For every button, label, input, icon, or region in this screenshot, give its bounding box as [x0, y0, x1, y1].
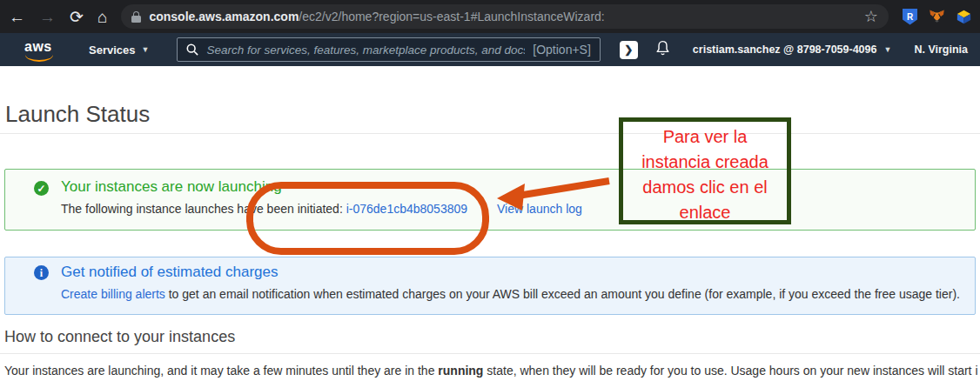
cloudshell-icon[interactable]: ❯ — [620, 41, 638, 59]
info-message-text: to get an email notification when estima… — [165, 287, 960, 301]
divider — [0, 133, 980, 134]
back-icon[interactable]: ← — [9, 9, 25, 25]
success-check-icon: ✓ — [34, 181, 49, 196]
instance-id-link[interactable]: i-076de1cb4b8053809 — [346, 202, 467, 216]
lock-icon — [131, 11, 141, 23]
services-menu[interactable]: Services ▼ — [89, 43, 149, 57]
aws-navbar: aws Services ▼ [Option+S] ❯ cristiam.san… — [0, 33, 980, 66]
footer-bold-running: running — [438, 364, 483, 378]
home-icon[interactable]: ⌂ — [97, 9, 107, 25]
metamask-fox-icon[interactable] — [929, 9, 945, 24]
search-shortcut: [Option+S] — [533, 43, 591, 57]
reload-icon[interactable]: ⟳ — [70, 9, 84, 25]
notifications-bell-icon[interactable] — [655, 40, 670, 59]
footer-text-2: state, when they will be ready for you t… — [483, 364, 977, 378]
shield-extension-icon[interactable]: R — [903, 9, 917, 25]
region-selector[interactable]: N. Virginia — [914, 43, 968, 56]
cube-extension-icon[interactable] — [957, 10, 971, 24]
account-label: cristiam.sanchez @ 8798-7059-4096 — [693, 43, 877, 56]
account-menu[interactable]: cristiam.sanchez @ 8798-7059-4096 ▼ — [693, 43, 892, 56]
services-label: Services — [89, 43, 136, 57]
billing-info-banner: i Get notified of estimated charges Crea… — [4, 257, 976, 315]
annotation-line: instancia creada — [623, 150, 787, 175]
aws-logo-smile — [25, 54, 53, 62]
create-billing-alerts-link[interactable]: Create billing alerts — [61, 287, 165, 301]
success-message: The following instance launches have bee… — [61, 202, 467, 216]
instances-launching-paragraph: Your instances are launching, and it may… — [4, 364, 980, 378]
annotation-line: damos clic en el — [623, 175, 787, 200]
page-title: Launch Status — [5, 101, 150, 128]
footer-text-1: Your instances are launching, and it may… — [4, 364, 438, 378]
divider — [0, 353, 980, 354]
search-icon — [186, 43, 198, 56]
info-icon: i — [34, 265, 49, 280]
info-title: Get notified of estimated charges — [61, 264, 278, 281]
annotation-line: enlace — [623, 200, 787, 225]
launch-success-banner: ✓ Your instances are now launching The f… — [4, 169, 976, 231]
view-launch-log-link[interactable]: View launch log — [497, 202, 582, 216]
global-search[interactable]: [Option+S] — [177, 37, 600, 62]
success-title: Your instances are now launching — [61, 178, 282, 196]
url-path: /ec2/v2/home?region=us-east-1#LaunchInst… — [299, 10, 604, 23]
info-message: Create billing alerts to get an email no… — [61, 287, 960, 301]
aws-logo[interactable]: aws — [24, 39, 56, 60]
url-host: console.aws.amazon.com — [149, 10, 299, 23]
annotation-line: Para ver la — [623, 124, 787, 150]
aws-logo-text: aws — [24, 39, 52, 54]
url-text: console.aws.amazon.com/ec2/v2/home?regio… — [149, 10, 604, 23]
section-title: How to connect to your instances — [4, 328, 235, 346]
success-message-prefix: The following instance launches have bee… — [61, 202, 346, 216]
address-bar[interactable]: console.aws.amazon.com/ec2/v2/home?regio… — [121, 4, 889, 29]
annotation-note: Para ver la instancia creada damos clic … — [619, 117, 791, 224]
extension-icons: R — [903, 9, 971, 25]
search-input[interactable] — [206, 43, 525, 57]
forward-icon[interactable]: → — [39, 9, 56, 25]
chevron-down-icon: ▼ — [883, 45, 891, 54]
browser-toolbar: ← → ⟳ ⌂ console.aws.amazon.com/ec2/v2/ho… — [0, 0, 980, 33]
bookmark-star-icon[interactable]: ☆ — [864, 7, 878, 26]
chevron-down-icon: ▼ — [142, 45, 150, 54]
